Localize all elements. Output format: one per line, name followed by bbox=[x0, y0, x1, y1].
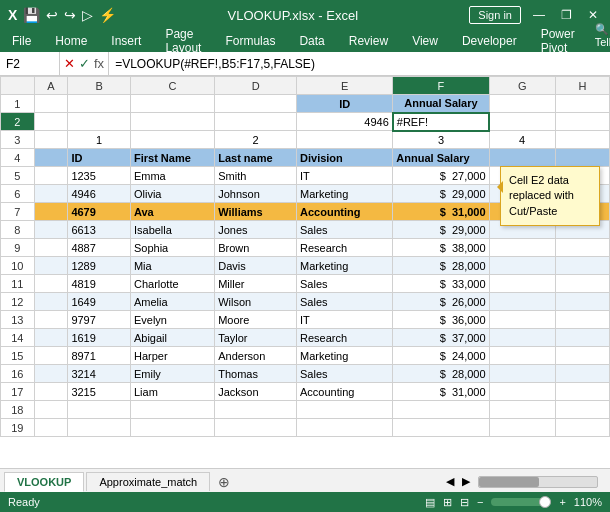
cell-A12[interactable] bbox=[34, 293, 68, 311]
cell-C15[interactable]: Harper bbox=[130, 347, 214, 365]
cell-A17[interactable] bbox=[34, 383, 68, 401]
cell-D3[interactable]: 2 bbox=[215, 131, 297, 149]
cell-F12[interactable]: $ 26,000 bbox=[393, 293, 489, 311]
cell-H10[interactable] bbox=[555, 257, 609, 275]
cell-D13[interactable]: Moore bbox=[215, 311, 297, 329]
cell-F7[interactable]: $ 31,000 bbox=[393, 203, 489, 221]
cell-C16[interactable]: Emily bbox=[130, 365, 214, 383]
cell-C19[interactable] bbox=[130, 419, 214, 437]
tab-view[interactable]: View bbox=[408, 32, 442, 50]
col-header-C[interactable]: C bbox=[130, 77, 214, 95]
cell-D18[interactable] bbox=[215, 401, 297, 419]
cell-F2[interactable]: #REF! bbox=[393, 113, 489, 131]
cell-B8[interactable]: 6613 bbox=[68, 221, 131, 239]
cell-H2[interactable] bbox=[555, 113, 609, 131]
row-header-11[interactable]: 11 bbox=[1, 275, 35, 293]
cell-E11[interactable]: Sales bbox=[297, 275, 393, 293]
cell-A15[interactable] bbox=[34, 347, 68, 365]
cell-G11[interactable] bbox=[489, 275, 555, 293]
cell-B6[interactable]: 4946 bbox=[68, 185, 131, 203]
cell-E4[interactable]: Division bbox=[297, 149, 393, 167]
sign-in-button[interactable]: Sign in bbox=[469, 6, 521, 24]
cell-D6[interactable]: Johnson bbox=[215, 185, 297, 203]
zoom-slider-thumb[interactable] bbox=[539, 496, 551, 508]
cell-C6[interactable]: Olivia bbox=[130, 185, 214, 203]
cell-C5[interactable]: Emma bbox=[130, 167, 214, 185]
cell-E10[interactable]: Marketing bbox=[297, 257, 393, 275]
view-page-break-icon[interactable]: ⊟ bbox=[460, 496, 469, 509]
zoom-out-button[interactable]: − bbox=[477, 496, 483, 508]
zoom-in-button[interactable]: + bbox=[559, 496, 565, 508]
cell-F14[interactable]: $ 37,000 bbox=[393, 329, 489, 347]
col-header-F[interactable]: F bbox=[393, 77, 489, 95]
cell-C1[interactable] bbox=[130, 95, 214, 113]
cell-B13[interactable]: 9797 bbox=[68, 311, 131, 329]
cell-F6[interactable]: $ 29,000 bbox=[393, 185, 489, 203]
cell-D19[interactable] bbox=[215, 419, 297, 437]
cell-D1[interactable] bbox=[215, 95, 297, 113]
cell-A2[interactable] bbox=[34, 113, 68, 131]
row-header-10[interactable]: 10 bbox=[1, 257, 35, 275]
sheet-tab-approximate-match[interactable]: Approximate_match bbox=[86, 472, 210, 491]
row-header-2[interactable]: 2 bbox=[1, 113, 35, 131]
cell-F8[interactable]: $ 29,000 bbox=[393, 221, 489, 239]
cell-D10[interactable]: Davis bbox=[215, 257, 297, 275]
cell-C14[interactable]: Abigail bbox=[130, 329, 214, 347]
cell-G2[interactable] bbox=[489, 113, 555, 131]
confirm-formula-icon[interactable]: ✓ bbox=[79, 56, 90, 71]
cell-C13[interactable]: Evelyn bbox=[130, 311, 214, 329]
cell-F11[interactable]: $ 33,000 bbox=[393, 275, 489, 293]
cell-C17[interactable]: Liam bbox=[130, 383, 214, 401]
cell-H17[interactable] bbox=[555, 383, 609, 401]
row-header-12[interactable]: 12 bbox=[1, 293, 35, 311]
view-normal-icon[interactable]: ▤ bbox=[425, 496, 435, 509]
tab-review[interactable]: Review bbox=[345, 32, 392, 50]
cell-B4[interactable]: ID bbox=[68, 149, 131, 167]
horizontal-scrollbar-thumb[interactable] bbox=[479, 477, 539, 487]
cell-D17[interactable]: Jackson bbox=[215, 383, 297, 401]
cell-D7[interactable]: Williams bbox=[215, 203, 297, 221]
quick-access-save[interactable]: 💾 bbox=[23, 7, 40, 23]
cell-H1[interactable] bbox=[555, 95, 609, 113]
cell-G4[interactable] bbox=[489, 149, 555, 167]
cell-B19[interactable] bbox=[68, 419, 131, 437]
cell-F9[interactable]: $ 38,000 bbox=[393, 239, 489, 257]
tab-home[interactable]: Home bbox=[51, 32, 91, 50]
cell-C18[interactable] bbox=[130, 401, 214, 419]
cell-F18[interactable] bbox=[393, 401, 489, 419]
quick-access-custom[interactable]: ⚡ bbox=[99, 7, 116, 23]
cell-H19[interactable] bbox=[555, 419, 609, 437]
row-header-7[interactable]: 7 bbox=[1, 203, 35, 221]
row-header-8[interactable]: 8 bbox=[1, 221, 35, 239]
cell-G14[interactable] bbox=[489, 329, 555, 347]
cell-F19[interactable] bbox=[393, 419, 489, 437]
cell-D9[interactable]: Brown bbox=[215, 239, 297, 257]
view-layout-icon[interactable]: ⊞ bbox=[443, 496, 452, 509]
scroll-left-icon[interactable]: ◀ bbox=[446, 475, 454, 488]
cell-A11[interactable] bbox=[34, 275, 68, 293]
maximize-button[interactable]: ❐ bbox=[557, 8, 576, 22]
cell-A16[interactable] bbox=[34, 365, 68, 383]
col-header-E[interactable]: E bbox=[297, 77, 393, 95]
cell-E16[interactable]: Sales bbox=[297, 365, 393, 383]
cell-B12[interactable]: 1649 bbox=[68, 293, 131, 311]
cell-E19[interactable] bbox=[297, 419, 393, 437]
cell-D2[interactable] bbox=[215, 113, 297, 131]
cell-H11[interactable] bbox=[555, 275, 609, 293]
cell-C9[interactable]: Sophia bbox=[130, 239, 214, 257]
cell-D12[interactable]: Wilson bbox=[215, 293, 297, 311]
cell-F4[interactable]: Annual Salary bbox=[393, 149, 489, 167]
cell-H9[interactable] bbox=[555, 239, 609, 257]
cell-A1[interactable] bbox=[34, 95, 68, 113]
row-header-6[interactable]: 6 bbox=[1, 185, 35, 203]
cell-G18[interactable] bbox=[489, 401, 555, 419]
cell-G9[interactable] bbox=[489, 239, 555, 257]
cell-E5[interactable]: IT bbox=[297, 167, 393, 185]
cell-A14[interactable] bbox=[34, 329, 68, 347]
cell-H15[interactable] bbox=[555, 347, 609, 365]
cell-A4[interactable] bbox=[34, 149, 68, 167]
quick-access-undo[interactable]: ↩ bbox=[46, 7, 58, 23]
formula-bar[interactable]: =VLOOKUP(#REF!,B5:F17,5,FALSE) bbox=[108, 52, 610, 75]
cell-G19[interactable] bbox=[489, 419, 555, 437]
cell-B3[interactable]: 1 bbox=[68, 131, 131, 149]
